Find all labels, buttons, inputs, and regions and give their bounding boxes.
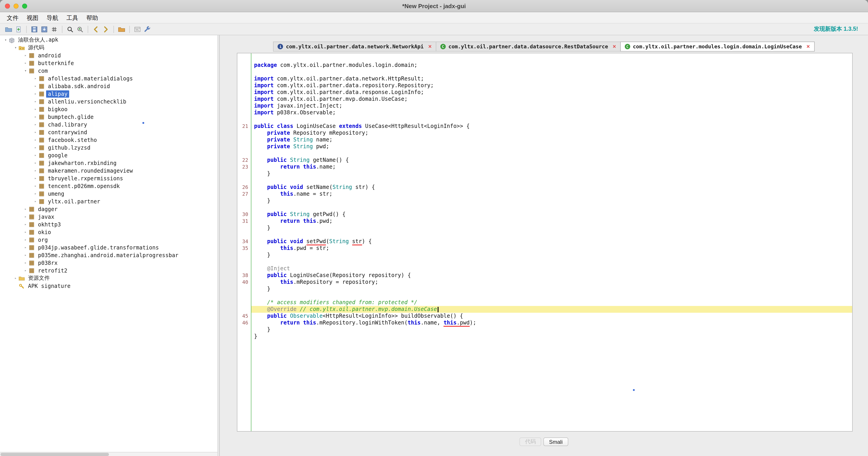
code-line[interactable]: 46 return this.mRepository.loginWithToke… xyxy=(237,320,852,326)
code-line[interactable]: } xyxy=(237,252,852,259)
close-tab-icon[interactable]: × xyxy=(428,44,432,49)
code-line[interactable]: import com.yltx.oil.partner.data.respons… xyxy=(237,89,852,96)
code-line[interactable] xyxy=(237,177,852,184)
code-line[interactable]: 23 return this.name; xyxy=(237,164,852,170)
code-editor[interactable]: package com.yltx.oil.partner.modules.log… xyxy=(237,53,852,432)
save-all-button[interactable] xyxy=(29,24,39,34)
expander-collapsed-icon[interactable]: ▸ xyxy=(33,128,38,136)
expander-collapsed-icon[interactable]: ▸ xyxy=(23,236,29,243)
code-line[interactable]: } xyxy=(237,326,852,333)
expander-collapsed-icon[interactable]: ▸ xyxy=(23,251,29,259)
tab-2[interactable]: Ccom.yltx.oil.partner.data.datasource.Re… xyxy=(436,41,620,52)
expander-collapsed-icon[interactable]: ▸ xyxy=(23,259,29,267)
scrollbar-thumb[interactable] xyxy=(0,453,109,456)
code-line[interactable]: import javax.inject.Inject; xyxy=(237,103,852,109)
tree-item-bigkoo[interactable]: ▸bigkoo xyxy=(0,105,217,113)
tree-item-afollestad.materialdialogs[interactable]: ▸afollestad.materialdialogs xyxy=(0,74,217,82)
code-line[interactable]: import p038rx.Observable; xyxy=(237,109,852,116)
code-line[interactable]: } xyxy=(237,286,852,292)
tree-item-org[interactable]: ▸org xyxy=(0,236,217,243)
menu-item-5[interactable]: 帮助 xyxy=(82,12,102,23)
tab-1[interactable]: icom.yltx.oil.partner.data.network.Netwo… xyxy=(273,41,436,52)
code-line[interactable]: 27 this.name = str; xyxy=(237,191,852,197)
tree-item-com[interactable]: ▾com xyxy=(0,67,217,74)
tree-item-umeng[interactable]: ▸umeng xyxy=(0,190,217,197)
tree-horizontal-scrollbar[interactable] xyxy=(0,452,217,456)
code-line[interactable] xyxy=(237,259,852,265)
code-line[interactable]: } xyxy=(237,170,852,177)
tree-item-okhttp3[interactable]: ▸okhttp3 xyxy=(0,221,217,228)
expander-collapsed-icon[interactable]: ▸ xyxy=(33,174,38,182)
tree-item-jakewharton.rxbinding[interactable]: ▸jakewharton.rxbinding xyxy=(0,159,217,167)
code-line[interactable] xyxy=(237,69,852,75)
menu-item-4[interactable]: 工具 xyxy=(62,12,82,23)
back-button[interactable] xyxy=(91,24,101,34)
code-line[interactable]: private String pwd; xyxy=(237,143,852,150)
code-line[interactable] xyxy=(237,150,852,157)
flat-packages-button[interactable] xyxy=(49,24,59,34)
code-line[interactable]: 38 public LoginUseCase(Repository reposi… xyxy=(237,272,852,279)
tree-item-android[interactable]: ▸android xyxy=(0,52,217,59)
tree-item-node[interactable]: ▾源代码 xyxy=(0,44,217,52)
code-line[interactable]: 35 this.pwd = str; xyxy=(237,245,852,252)
code-line[interactable] xyxy=(237,231,852,238)
tree-item-contrarywind[interactable]: ▸contrarywind xyxy=(0,128,217,136)
expander-collapsed-icon[interactable]: ▸ xyxy=(23,228,29,236)
zoom-window-button[interactable] xyxy=(22,3,27,8)
code-line[interactable]: import com.yltx.oil.partner.data.network… xyxy=(237,75,852,82)
tree-item-retrofit2[interactable]: ▸retrofit2 xyxy=(0,267,217,274)
tree-item-tencent.p026mm.opensdk[interactable]: ▸tencent.p026mm.opensdk xyxy=(0,182,217,190)
tab-3[interactable]: Ccom.yltx.oil.partner.modules.login.doma… xyxy=(620,41,814,52)
code-line[interactable] xyxy=(237,292,852,299)
close-tab-icon[interactable]: × xyxy=(613,44,616,49)
tree-item-okio[interactable]: ▸okio xyxy=(0,228,217,236)
code-line[interactable]: package com.yltx.oil.partner.modules.log… xyxy=(237,62,852,69)
tree-item-alibaba.sdk.android[interactable]: ▸alibaba.sdk.android xyxy=(0,82,217,90)
split-divider[interactable] xyxy=(217,35,220,456)
expander-collapsed-icon[interactable]: ▸ xyxy=(33,113,38,121)
code-line[interactable]: 26 public void setName(String str) { xyxy=(237,184,852,191)
tree-item-github.lzyzsd[interactable]: ▸github.lzyzsd xyxy=(0,144,217,152)
code-line[interactable]: 31 return this.pwd; xyxy=(237,218,852,225)
update-available-link[interactable]: 发现新版本 1.3.5! xyxy=(814,25,858,33)
code-line-highlighted[interactable]: @Override // com.yltx.oil.partner.mvp.do… xyxy=(237,306,852,313)
expander-collapsed-icon[interactable]: ▸ xyxy=(33,90,38,98)
close-window-button[interactable] xyxy=(5,3,10,8)
smali-view-button[interactable]: Smali xyxy=(544,437,568,446)
search-class-button[interactable] xyxy=(75,24,85,34)
code-line[interactable]: private Repository mRepository; xyxy=(237,130,852,136)
expander-collapsed-icon[interactable]: ▸ xyxy=(23,52,29,59)
tree-item-p034jp.wasabeef.glide.transformations[interactable]: ▸p034jp.wasabeef.glide.transformations xyxy=(0,243,217,251)
expander-collapsed-icon[interactable]: ▸ xyxy=(33,159,38,167)
expander-collapsed-icon[interactable]: ▸ xyxy=(33,144,38,152)
expander-collapsed-icon[interactable]: ▸ xyxy=(33,167,38,174)
code-line[interactable]: 30 public String getPwd() { xyxy=(237,211,852,218)
deobfuscation-button[interactable] xyxy=(117,24,127,34)
expander-collapsed-icon[interactable]: ▸ xyxy=(33,136,38,144)
expander-collapsed-icon[interactable]: ▸ xyxy=(23,59,29,67)
close-tab-icon[interactable]: × xyxy=(806,44,810,49)
code-line[interactable]: import com.yltx.oil.partner.mvp.domain.U… xyxy=(237,96,852,103)
tree-item-p035me.zhanghai.android.materialprogressbar[interactable]: ▸p035me.zhanghai.android.materialprogres… xyxy=(0,251,217,259)
menu-item-1[interactable]: 文件 xyxy=(3,12,23,23)
tree-item-.apk[interactable]: ▾油联合伙人.apk xyxy=(0,36,217,44)
expander-collapsed-icon[interactable]: ▸ xyxy=(33,98,38,105)
expander-expanded-icon[interactable]: ▾ xyxy=(3,36,8,44)
expander-collapsed-icon[interactable]: ▸ xyxy=(33,182,38,190)
tree-item-allenliu.versionchecklib[interactable]: ▸allenliu.versionchecklib xyxy=(0,98,217,105)
tree-item-google[interactable]: ▸google xyxy=(0,152,217,159)
tree-item-bumptech.glide[interactable]: ▸bumptech.glide xyxy=(0,113,217,121)
expander-collapsed-icon[interactable]: ▸ xyxy=(23,243,29,251)
tree-item-facebook.stetho[interactable]: ▸facebook.stetho xyxy=(0,136,217,144)
expander-collapsed-icon[interactable]: ▸ xyxy=(33,121,38,128)
expander-collapsed-icon[interactable]: ▸ xyxy=(23,205,29,213)
expander-collapsed-icon[interactable]: ▸ xyxy=(33,74,38,82)
code-line[interactable]: /* access modifiers changed from: protec… xyxy=(237,299,852,306)
expander-collapsed-icon[interactable]: ▸ xyxy=(23,267,29,274)
tree-item-apk-signature[interactable]: APK signature xyxy=(0,282,217,290)
tree-item-yltx.oil.partner[interactable]: ▸yltx.oil.partner xyxy=(0,197,217,205)
add-files-button[interactable] xyxy=(13,24,24,34)
expander-collapsed-icon[interactable]: ▸ xyxy=(33,82,38,90)
export-button[interactable] xyxy=(39,24,49,34)
tree-item-javax[interactable]: ▸javax xyxy=(0,213,217,221)
